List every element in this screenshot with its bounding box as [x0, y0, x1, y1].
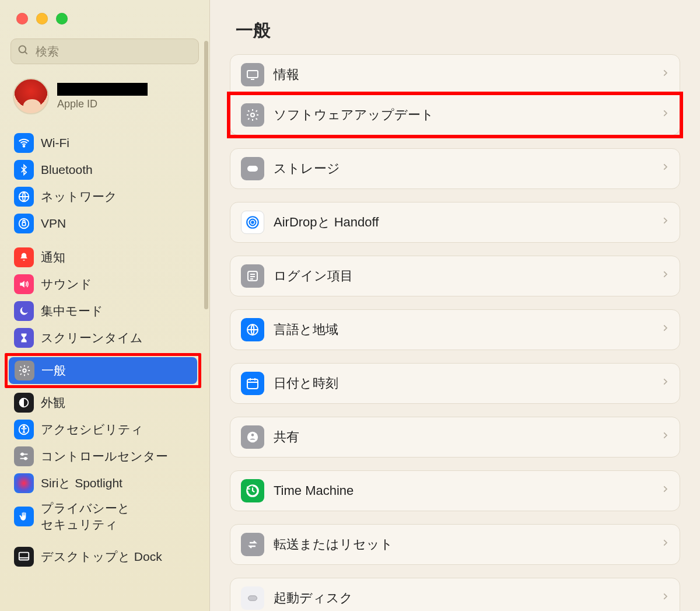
timemachine-icon [241, 479, 264, 502]
settings-group: Time Machine [230, 470, 680, 511]
account-text: Apple ID [57, 83, 148, 110]
sidebar-item-label: アクセシビリティ [41, 421, 144, 438]
settings-row-transfer[interactable]: 転送またはリセット [230, 524, 680, 565]
settings-group: ストレージ [230, 148, 680, 189]
svg-rect-35 [249, 596, 257, 600]
settings-row-about[interactable]: 情報 [230, 54, 680, 95]
sidebar-item-label: VPN [41, 217, 66, 231]
sidebar-item-bluetooth[interactable]: Bluetooth [8, 156, 201, 183]
svg-line-1 [25, 52, 27, 54]
sidebar-item-general[interactable]: 一般 [9, 357, 197, 384]
sidebar-item-label: デスクトップと Dock [41, 549, 162, 565]
settings-row-airdrop[interactable]: AirDropと Handoff [230, 202, 680, 243]
language-icon [241, 318, 264, 341]
sidebar-item-label: 通知 [41, 249, 65, 266]
settings-row-label: 起動ディスク [274, 589, 353, 607]
sidebar-item-appearance[interactable]: 外観 [8, 389, 201, 416]
svg-point-6 [23, 369, 26, 372]
settings-row-timemachine[interactable]: Time Machine [230, 470, 680, 511]
search-input[interactable] [10, 39, 199, 64]
sidebar-item-screentime[interactable]: スクリーンタイム [8, 324, 201, 351]
gear-icon [15, 361, 34, 380]
chevron-right-icon [661, 536, 669, 553]
sidebar-item-label: Bluetooth [41, 163, 93, 177]
software-update-icon [241, 103, 264, 127]
maximize-button[interactable] [56, 13, 68, 25]
settings-group: 情報ソフトウェアアップデート [230, 54, 680, 135]
settings-group: 日付と時刻 [230, 363, 680, 404]
sidebar-item-focus[interactable]: 集中モード [8, 298, 201, 324]
settings-row-sharing[interactable]: 共有 [230, 417, 680, 458]
settings-row-label: AirDropと Handoff [274, 214, 379, 231]
login-items-icon [241, 264, 264, 288]
settings-row-label: 共有 [274, 428, 299, 446]
settings-row-login-items[interactable]: ログイン項目 [230, 256, 680, 296]
settings-row-label: ソフトウェアアップデート [274, 106, 434, 124]
settings-group: 言語と地域 [230, 309, 680, 350]
settings-row-label: 情報 [274, 66, 299, 83]
sidebar-item-controlcenter[interactable]: コントロールセンター [8, 443, 201, 470]
apple-id-row[interactable]: Apple ID [0, 75, 209, 126]
sidebar-item-label: サウンド [41, 276, 92, 292]
siri-icon [14, 473, 34, 493]
sidebar-item-desktop-dock[interactable]: デスクトップと Dock [8, 543, 201, 570]
svg-point-18 [251, 113, 254, 117]
svg-rect-19 [247, 166, 258, 172]
settings-row-datetime[interactable]: 日付と時刻 [230, 363, 680, 404]
sidebar-group-system: 外観 アクセシビリティ コントロールセンター Siriと Spotlight プ… [0, 389, 209, 540]
speaker-icon [14, 274, 34, 294]
highlight-sidebar-general: 一般 [5, 353, 201, 388]
settings-group: ログイン項目 [230, 256, 680, 296]
moon-icon [14, 301, 34, 321]
settings-group: 転送またはリセット [230, 524, 680, 565]
storage-icon [241, 157, 264, 180]
vpn-icon [14, 214, 34, 233]
wifi-icon [14, 133, 34, 153]
account-name-redacted [57, 83, 148, 96]
window-controls [0, 0, 209, 35]
settings-row-storage[interactable]: ストレージ [230, 148, 680, 189]
sidebar-item-vpn[interactable]: VPN [8, 210, 201, 237]
main-panel: 一般 情報ソフトウェアアップデートストレージAirDropと Handoffログ… [210, 0, 700, 611]
bluetooth-icon [14, 160, 34, 180]
search-field-wrap [10, 39, 199, 64]
svg-point-9 [23, 426, 25, 428]
sidebar-item-label: プライバシーと セキュリティ [41, 500, 130, 533]
sharing-icon [241, 425, 264, 449]
close-button[interactable] [16, 13, 28, 25]
sidebar-item-label: 集中モード [41, 303, 103, 319]
sidebar-item-siri[interactable]: Siriと Spotlight [8, 470, 201, 497]
airdrop-icon [241, 211, 264, 234]
svg-rect-5 [22, 222, 26, 226]
datetime-icon [241, 372, 264, 395]
sidebar-item-notifications[interactable]: 通知 [8, 244, 201, 271]
account-subtitle: Apple ID [57, 98, 148, 110]
sidebar-item-label: ネットワーク [41, 188, 117, 205]
settings-row-language[interactable]: 言語と地域 [230, 309, 680, 350]
sidebar-item-privacy[interactable]: プライバシーと セキュリティ [8, 497, 201, 536]
svg-point-33 [251, 434, 254, 437]
appearance-icon [14, 393, 34, 413]
settings-row-label: 転送またはリセット [274, 536, 393, 553]
sliders-icon [14, 446, 34, 466]
sidebar-scrollbar[interactable] [204, 41, 208, 309]
settings-row-software-update[interactable]: ソフトウェアアップデート [230, 95, 680, 135]
sidebar-item-wifi[interactable]: Wi-Fi [8, 130, 201, 156]
chevron-right-icon [661, 67, 669, 83]
settings-row-startupdisk[interactable]: 起動ディスク [230, 578, 680, 611]
chevron-right-icon [661, 160, 669, 177]
page-title: 一般 [230, 14, 680, 54]
about-icon [241, 63, 264, 86]
sidebar-item-network[interactable]: ネットワーク [8, 183, 201, 210]
minimize-button[interactable] [36, 13, 48, 25]
svg-point-22 [251, 221, 253, 223]
chevron-right-icon [661, 322, 669, 338]
settings-row-label: 日付と時刻 [274, 375, 338, 392]
settings-row-label: 言語と地域 [274, 321, 338, 338]
settings-group: 共有 [230, 417, 680, 458]
sidebar-item-accessibility[interactable]: アクセシビリティ [8, 416, 201, 443]
chevron-right-icon [661, 268, 669, 284]
sidebar: Apple ID Wi-Fi Bluetooth ネットワーク VP [0, 0, 210, 611]
sidebar-item-sound[interactable]: サウンド [8, 271, 201, 298]
sidebar-group-alerts: 通知 サウンド 集中モード スクリーンタイム [0, 240, 209, 355]
